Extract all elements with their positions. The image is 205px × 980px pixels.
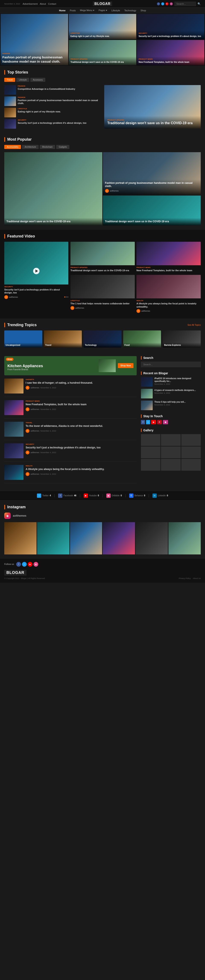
hero-card-2[interactable]: Security Security isn't just a technolog… [137, 14, 204, 39]
social-btn-twitter[interactable]: t [146, 420, 150, 424]
trending-item-uncategorized[interactable]: Uncategorized [4, 331, 42, 348]
nav-home[interactable]: Home [59, 9, 65, 12]
recent-post-2[interactable]: 4 types of research methods designers...… [141, 389, 201, 398]
hero-main-card[interactable]: Fashion Fashion portrait of young busine… [1, 14, 68, 65]
social-bar-behance[interactable]: B Behance 0 [129, 493, 145, 498]
article-item-2[interactable]: Product News New Freehand Templates, bui… [4, 400, 137, 418]
banner-shop-button[interactable]: Shop Now [118, 363, 133, 368]
insta-item-3[interactable] [70, 522, 102, 554]
tab-blockchain[interactable]: Blockchain [40, 145, 55, 149]
popular-card-3[interactable]: Traditional design won't save us in the … [103, 196, 201, 226]
social-btn-youtube[interactable]: ▶ [151, 420, 156, 424]
nav-contact-link[interactable]: Contact [48, 3, 56, 5]
gallery-item-3[interactable] [181, 434, 201, 446]
gallery-item-4[interactable] [141, 447, 161, 458]
site-logo[interactable]: BLOGAR [93, 2, 112, 6]
social-btn-facebook[interactable]: f [141, 420, 145, 424]
gallery-item-8[interactable] [161, 459, 180, 471]
story-featured[interactable]: Product Updates Traditional design won't… [104, 85, 201, 129]
story-item-2[interactable]: Fashion Fashion portrait of young busine… [4, 96, 101, 106]
footer-privacy-link[interactable]: Privacy Policy [179, 578, 191, 579]
kitchen-banner[interactable]: Shop Kitchen Appliances From Favorite Br… [4, 356, 137, 375]
search-icon[interactable]: 🔍 [197, 2, 201, 5]
video-card-3[interactable]: Product News New Freehand Templates, bui… [137, 242, 201, 273]
insta-item-1[interactable] [4, 522, 37, 554]
nav-twitter-icon[interactable]: t [161, 2, 164, 5]
nav-technology[interactable]: Technology [124, 9, 136, 12]
tab-accessibility[interactable]: Accessibility [4, 145, 21, 149]
gallery-item-7[interactable] [141, 459, 161, 471]
footer-dribbble-icon[interactable]: ◉ [33, 562, 38, 566]
article-item-5[interactable]: Health A lifestyle you always being the … [4, 465, 137, 483]
insta-item-2[interactable] [37, 522, 69, 554]
footer-youtube-icon[interactable]: ▶ [28, 562, 32, 566]
nav-facebook-icon[interactable]: f [157, 2, 160, 5]
video-title-3: New Freehand Templates, built for the wh… [137, 269, 201, 272]
tab-architecture[interactable]: Architecture [22, 145, 38, 149]
article-item-4[interactable]: Security Security isn't just a technolog… [4, 443, 137, 462]
sep-1: | [54, 494, 55, 498]
social-btn-instagram[interactable]: ◉ [163, 420, 168, 424]
gallery-item-5[interactable] [161, 447, 180, 458]
recent-post-1[interactable]: iPadOS 16 introduces new designed specif… [141, 377, 201, 387]
social-bar-twitter[interactable]: t Twitter 4 [37, 493, 51, 498]
trending-item-technology[interactable]: Technology [84, 331, 121, 348]
gallery-item-2[interactable] [161, 434, 180, 446]
insta-item-5[interactable] [136, 522, 168, 554]
gallery-item-9[interactable] [181, 459, 201, 471]
social-btn-pinterest[interactable]: P [157, 420, 162, 424]
nav-instagram-icon[interactable]: ◉ [170, 2, 173, 5]
social-bar-youtube[interactable]: ▶ Youtube 0 [84, 493, 99, 498]
video-card-2[interactable]: Product Updates Traditional design won't… [70, 242, 135, 273]
tab-accessory[interactable]: Accessory [30, 78, 45, 82]
play-button-main[interactable] [33, 268, 40, 274]
trending-item-travel[interactable]: Travel [44, 331, 82, 348]
nav-lifestyle[interactable]: Lifestyle [111, 9, 120, 12]
nav-about-link[interactable]: About [40, 3, 46, 5]
insta-item-6[interactable] [168, 522, 201, 554]
nav-youtube-icon[interactable]: ▶ [165, 2, 168, 5]
footer-twitter-icon[interactable]: t [22, 562, 27, 566]
behance-label: Behance [135, 495, 143, 497]
video-card-4[interactable]: Lifestyle The 1 tool that helps remote t… [70, 275, 135, 314]
nav-advertisement-link[interactable]: Advertisement [23, 3, 38, 5]
story-item-1[interactable]: Finance Competitive Advantage in a Commo… [4, 85, 101, 95]
footer-logo[interactable]: BLOGAR [4, 570, 27, 576]
nav-pages[interactable]: Pages ▾ [99, 9, 107, 12]
social-bar-linkedin[interactable]: in Linkedin 0 [153, 493, 168, 498]
gallery-item-1[interactable] [141, 434, 161, 446]
nav-posts[interactable]: Posts [70, 9, 76, 12]
footer-facebook-icon[interactable]: f [16, 562, 21, 566]
story-item-4[interactable]: Security Security isn't just a technolog… [4, 119, 101, 129]
sidebar-search-input[interactable] [141, 362, 201, 367]
social-bar-facebook[interactable]: f Facebook 46 [58, 493, 76, 498]
nav-search-input[interactable] [175, 2, 196, 6]
article-item-3[interactable]: Travel To the lover of wilderness, Alask… [4, 422, 137, 440]
article-date-5: November 4, 2022 [40, 473, 56, 475]
see-all-topics[interactable]: See All Topics [188, 324, 201, 326]
insta-item-4[interactable] [103, 522, 135, 554]
article-cat-2: Product News [25, 400, 137, 402]
video-card-main[interactable]: Security Security isn't just a technolog… [4, 242, 68, 300]
gallery-item-6[interactable] [181, 447, 201, 458]
video-card-5[interactable]: Health A lifestyle you always being the … [137, 275, 201, 314]
article-item-1[interactable]: Gadgets I saw few die of hunger; of eati… [4, 379, 137, 397]
recent-post-3[interactable]: These 5 tips will help you tell... Novem… [141, 401, 201, 410]
tab-gadgets[interactable]: Gadgets [56, 145, 69, 149]
trending-item-food[interactable]: Food [123, 331, 161, 348]
social-bar-dribbble[interactable]: ◉ Dribbble 0 [106, 493, 122, 498]
popular-card-1[interactable]: Traditional design won't save us in the … [4, 152, 102, 226]
popular-card-2-avatar: A [105, 189, 109, 193]
footer-about-link[interactable]: About Us [193, 578, 201, 579]
hero-card-3[interactable]: Product Updates Traditional design won't… [69, 40, 136, 65]
tab-lifestyle[interactable]: Lifestyle [16, 78, 29, 82]
hero-card-1[interactable]: Lifestyle Eating right is part of my lif… [69, 14, 136, 39]
insta-handle[interactable]: axlthemes [13, 514, 27, 517]
trending-item-barista[interactable]: Barista Explores [163, 331, 201, 348]
story-item-3[interactable]: Lifestyle Eating right is part of my lif… [4, 108, 101, 117]
tab-travel[interactable]: Travel [4, 78, 15, 82]
hero-card-4[interactable]: Product News New Freehand Templates, bui… [137, 40, 204, 65]
nav-shop[interactable]: Shop [140, 9, 146, 12]
popular-card-2[interactable]: Fashion portrait of young businessman ha… [103, 152, 201, 195]
nav-mega-menu[interactable]: Mega Menu ▾ [80, 9, 94, 12]
